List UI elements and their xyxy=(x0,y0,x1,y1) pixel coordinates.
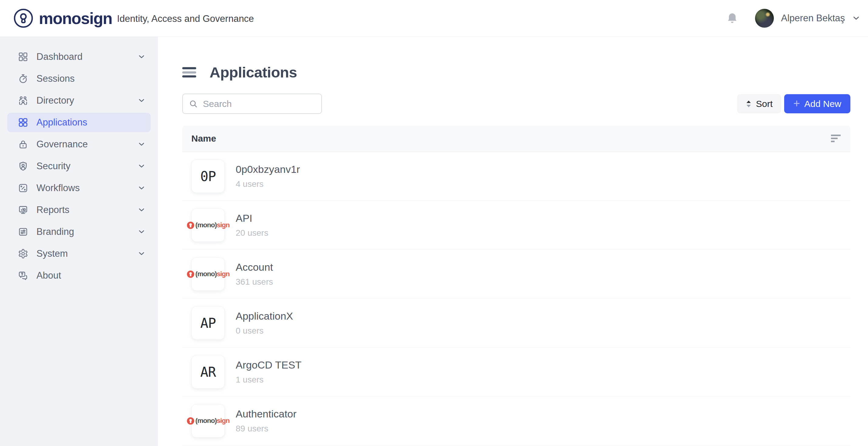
sidebar-item-applications[interactable]: Applications xyxy=(7,113,151,132)
chevron-down-icon xyxy=(137,140,146,149)
sort-button[interactable]: Sort xyxy=(737,94,781,113)
app-monogram: 0P xyxy=(200,169,216,184)
chevron-down-icon xyxy=(137,96,146,105)
app-user-count: 4 users xyxy=(236,179,300,189)
app-icon-card: (mono)sign xyxy=(191,257,225,291)
users-icon xyxy=(18,95,29,106)
sidebar-item-security[interactable]: Security xyxy=(7,156,151,176)
app-name: 0p0xbzyanv1r xyxy=(236,163,300,175)
chevron-down-icon xyxy=(137,228,146,236)
chevron-down-icon xyxy=(137,53,146,61)
stopwatch-icon xyxy=(18,73,29,84)
applications-table: Name 0P 0p0xbzyanv1r 4 users xyxy=(182,125,850,445)
chevron-down-icon[interactable] xyxy=(851,14,861,23)
top-bar: monosign Identity, Access and Governance… xyxy=(0,0,868,37)
app-user-count: 0 users xyxy=(236,326,293,336)
brand-tagline: Identity, Access and Governance xyxy=(117,13,254,24)
search-input[interactable] xyxy=(203,99,315,109)
table-row[interactable]: AR ArgoCD TEST 1 users xyxy=(182,348,850,396)
app-monogram: AP xyxy=(200,315,216,331)
sidebar-item-reports[interactable]: Reports xyxy=(7,200,151,220)
notification-bell-icon[interactable] xyxy=(726,12,738,24)
sidebar-item-label: Security xyxy=(36,161,70,172)
add-new-button-label: Add New xyxy=(804,99,841,109)
sidebar-item-label: Applications xyxy=(36,117,87,128)
sidebar-item-label: Branding xyxy=(36,226,74,237)
table-row[interactable]: 0P 0p0xbzyanv1r 4 users xyxy=(182,152,850,201)
sidebar-item-label: Reports xyxy=(36,205,69,215)
monosign-app-logo: (mono)sign xyxy=(186,417,229,425)
gear-icon xyxy=(18,248,29,259)
monosign-logo-icon xyxy=(13,8,33,28)
search-box xyxy=(182,94,322,114)
user-avatar[interactable] xyxy=(755,9,774,28)
sidebar-item-directory[interactable]: Directory xyxy=(7,91,151,110)
sort-button-label: Sort xyxy=(756,99,773,109)
app-icon-card: AR xyxy=(191,355,225,389)
mini-logo-text: (mono) xyxy=(195,221,217,229)
mini-logo-sign: sign xyxy=(217,221,229,229)
filter-lines-icon[interactable] xyxy=(831,135,841,143)
table-row[interactable]: (mono)sign API 20 users xyxy=(182,201,850,250)
sidebar-item-sessions[interactable]: Sessions xyxy=(7,69,151,88)
chat-question-icon xyxy=(18,270,29,281)
table-row[interactable]: AP ApplicationX 0 users xyxy=(182,299,850,348)
app-icon-card: AP xyxy=(191,306,225,340)
app-name: API xyxy=(236,212,268,224)
monosign-app-logo: (mono)sign xyxy=(186,270,229,278)
sliders-icon xyxy=(18,226,29,237)
shield-user-icon xyxy=(18,161,29,172)
sidebar-item-about[interactable]: About xyxy=(7,266,151,285)
app-icon-card: 0P xyxy=(191,159,225,193)
sidebar-item-system[interactable]: System xyxy=(7,244,151,263)
sidebar: Dashboard Sessions Directory Application… xyxy=(0,37,158,446)
keyhole-icon xyxy=(186,221,195,229)
app-monogram: AR xyxy=(200,364,216,380)
app-user-count: 20 users xyxy=(236,228,268,238)
main-content: Applications Sort + Add New Name xyxy=(158,37,868,446)
app-icon-card: (mono)sign xyxy=(191,404,225,438)
chevron-down-icon xyxy=(137,206,146,214)
mini-logo-sign: sign xyxy=(217,270,229,278)
user-name: Alperen Bektaş xyxy=(781,13,845,24)
sidebar-item-label: Sessions xyxy=(36,73,75,84)
sidebar-item-branding[interactable]: Branding xyxy=(7,222,151,241)
monosign-app-logo: (mono)sign xyxy=(186,221,229,229)
keyhole-icon xyxy=(186,270,195,278)
wand-card-icon xyxy=(18,183,29,194)
lock-icon xyxy=(18,139,29,150)
app-name: Account xyxy=(236,261,273,273)
app-user-count: 89 users xyxy=(236,424,297,434)
mini-logo-sign: sign xyxy=(217,417,229,425)
app-name: Authenticator xyxy=(236,408,297,420)
sort-arrows-icon xyxy=(746,100,752,108)
page-title: Applications xyxy=(210,64,297,81)
dashboard-icon xyxy=(18,51,29,62)
brand-name: monosign xyxy=(39,9,112,28)
monitor-chart-icon xyxy=(18,205,29,215)
mini-logo-text: (mono) xyxy=(195,417,217,425)
add-new-button[interactable]: + Add New xyxy=(784,94,850,113)
sidebar-item-label: Workflows xyxy=(36,183,80,194)
table-header: Name xyxy=(182,125,850,152)
brand[interactable]: monosign xyxy=(13,8,112,28)
sidebar-item-dashboard[interactable]: Dashboard xyxy=(7,47,151,66)
grid-icon xyxy=(18,117,29,128)
sidebar-item-governance[interactable]: Governance xyxy=(7,135,151,154)
chevron-down-icon xyxy=(137,249,146,258)
table-row[interactable]: (mono)sign Authenticator 89 users xyxy=(182,396,850,445)
sidebar-item-label: System xyxy=(36,248,68,259)
app-user-count: 1 users xyxy=(236,375,302,385)
sidebar-item-label: Governance xyxy=(36,139,88,150)
name-column-header: Name xyxy=(191,133,216,144)
sidebar-item-workflows[interactable]: Workflows xyxy=(7,178,151,198)
keyhole-icon xyxy=(186,417,195,425)
table-row[interactable]: (mono)sign Account 361 users xyxy=(182,250,850,299)
search-icon xyxy=(189,99,198,109)
sidebar-item-label: Dashboard xyxy=(36,51,83,62)
menu-toggle-icon[interactable] xyxy=(182,67,196,78)
plus-icon: + xyxy=(793,97,800,109)
app-name: ApplicationX xyxy=(236,310,293,322)
mini-logo-text: (mono) xyxy=(195,270,217,278)
chevron-down-icon xyxy=(137,184,146,192)
